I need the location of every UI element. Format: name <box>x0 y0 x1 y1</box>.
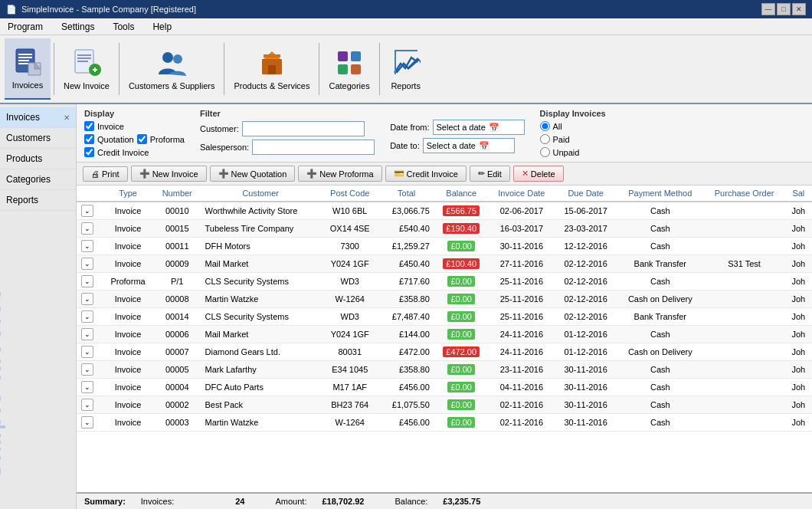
toolbar-categories[interactable]: Categories <box>323 38 375 100</box>
table-row[interactable]: ⌄ Invoice 00005 Mark Lafarthy E34 1045 £… <box>77 361 812 379</box>
print-button[interactable]: 🖨 Print <box>83 166 128 182</box>
date-from-input[interactable]: Select a date 📅 <box>433 120 525 135</box>
sidebar-close-invoices[interactable]: ✕ <box>64 113 70 122</box>
new-invoice-button[interactable]: ➕ New Invoice <box>131 166 207 182</box>
menu-tools[interactable]: Tools <box>108 20 139 34</box>
table-row[interactable]: ⌄ Invoice 00008 Martin Watzke W-1264 £35… <box>77 291 812 308</box>
row-payment: Cash <box>617 238 703 255</box>
menu-settings[interactable]: Settings <box>57 20 99 34</box>
calendar-to-icon[interactable]: 📅 <box>479 141 489 151</box>
radio-all[interactable] <box>540 121 550 131</box>
expand-icon[interactable]: ⌄ <box>81 240 93 252</box>
row-expand[interactable]: ⌄ <box>77 343 102 361</box>
table-row[interactable]: ⌄ Invoice 00002 Best Pack BH23 764 £1,07… <box>77 396 812 414</box>
th-balance[interactable]: Balance <box>434 186 489 202</box>
calendar-from-icon[interactable]: 📅 <box>489 123 499 133</box>
menu-program[interactable]: Program <box>3 20 47 34</box>
th-number[interactable]: Number <box>154 186 201 202</box>
table-row[interactable]: ⌄ Invoice 00006 Mail Market Y024 1GF £14… <box>77 326 812 343</box>
expand-icon[interactable]: ⌄ <box>81 205 93 217</box>
row-expand[interactable]: ⌄ <box>77 361 102 379</box>
customer-input[interactable] <box>242 121 365 136</box>
row-expand[interactable]: ⌄ <box>77 308 102 326</box>
expand-icon[interactable]: ⌄ <box>81 258 93 270</box>
balance-badge: £0.00 <box>447 276 475 287</box>
toolbar-invoices[interactable]: Invoices <box>5 38 51 100</box>
row-due-date: 23-03-2017 <box>555 220 617 238</box>
th-due-date[interactable]: Due Date <box>555 186 617 202</box>
edit-button[interactable]: ✏ Edit <box>470 166 510 182</box>
svg-rect-23 <box>351 64 361 74</box>
table-row[interactable]: ⌄ Invoice 00007 Diamond Gears Ltd. 80031… <box>77 343 812 361</box>
th-invoice-date[interactable]: Invoice Date <box>489 186 555 202</box>
th-expand[interactable] <box>77 186 102 202</box>
svg-rect-10 <box>77 61 88 62</box>
menu-help[interactable]: Help <box>148 20 176 34</box>
th-customer[interactable]: Customer <box>201 186 321 202</box>
minimize-button[interactable]: — <box>761 3 775 15</box>
sidebar-item-invoices[interactable]: Invoices ✕ <box>0 107 76 128</box>
checkbox-invoice[interactable] <box>84 121 94 131</box>
row-expand[interactable]: ⌄ <box>77 238 102 255</box>
expand-icon[interactable]: ⌄ <box>81 416 93 429</box>
expand-icon[interactable]: ⌄ <box>81 363 93 376</box>
toolbar-customers[interactable]: Customers & Suppliers <box>123 38 221 100</box>
radio-paid[interactable] <box>540 134 550 144</box>
row-expand[interactable]: ⌄ <box>77 220 102 238</box>
salesperson-input[interactable] <box>252 140 375 155</box>
table-row[interactable]: ⌄ Invoice 00010 Worthwhile Activity Stor… <box>77 202 812 220</box>
th-po[interactable]: Purchase Order <box>704 186 785 202</box>
salesperson-filter-label: Salesperson: <box>200 143 249 152</box>
expand-icon[interactable]: ⌄ <box>81 310 93 323</box>
sidebar-item-reports[interactable]: Reports <box>0 190 76 211</box>
toolbar-new-invoice[interactable]: New Invoice <box>57 38 116 100</box>
row-expand[interactable]: ⌄ <box>77 202 102 220</box>
th-type[interactable]: Type <box>102 186 154 202</box>
expand-icon[interactable]: ⌄ <box>81 293 93 305</box>
delete-button[interactable]: ✕ Delete <box>513 166 564 182</box>
close-button[interactable]: ✕ <box>792 3 806 15</box>
table-row[interactable]: ⌄ Invoice 00009 Mail Market Y024 1GF £45… <box>77 255 812 273</box>
expand-icon[interactable]: ⌄ <box>81 346 93 358</box>
table-row[interactable]: ⌄ Invoice 00004 DFC Auto Parts M17 1AF £… <box>77 379 812 396</box>
new-quotation-button[interactable]: ➕ New Quotation <box>210 166 296 182</box>
sidebar-item-categories[interactable]: Categories <box>0 169 76 190</box>
row-expand[interactable]: ⌄ <box>77 396 102 414</box>
expand-icon[interactable]: ⌄ <box>81 275 93 287</box>
radio-unpaid[interactable] <box>540 147 550 157</box>
row-expand[interactable]: ⌄ <box>77 255 102 273</box>
row-expand[interactable]: ⌄ <box>77 291 102 308</box>
sidebar-item-customers[interactable]: Customers <box>0 128 76 149</box>
credit-invoice-label: Credit Invoice <box>407 169 458 179</box>
row-expand[interactable]: ⌄ <box>77 273 102 291</box>
expand-icon[interactable]: ⌄ <box>81 399 93 411</box>
toolbar-reports[interactable]: Reports <box>383 38 429 100</box>
th-total[interactable]: Total <box>379 186 434 202</box>
credit-invoice-button[interactable]: 💳 Credit Invoice <box>385 166 467 182</box>
date-to-input[interactable]: Select a date 📅 <box>423 138 515 153</box>
table-row[interactable]: ⌄ Invoice 00015 Tubeless Tire Company OX… <box>77 220 812 238</box>
table-row[interactable]: ⌄ Invoice 00011 DFH Motors 7300 £1,259.2… <box>77 238 812 255</box>
table-row[interactable]: ⌄ Proforma P/1 CLS Security Systems WD3 … <box>77 273 812 291</box>
row-expand[interactable]: ⌄ <box>77 326 102 343</box>
maximize-button[interactable]: □ <box>777 3 791 15</box>
expand-icon[interactable]: ⌄ <box>81 328 93 340</box>
checkbox-credit-invoice[interactable] <box>84 147 94 157</box>
expand-icon[interactable]: ⌄ <box>81 222 93 235</box>
toolbar-products[interactable]: Products & Services <box>228 38 316 100</box>
th-payment[interactable]: Payment Method <box>617 186 703 202</box>
expand-icon[interactable]: ⌄ <box>81 381 93 393</box>
th-sal[interactable]: Sal <box>785 186 812 202</box>
new-proforma-button[interactable]: ➕ New Proforma <box>298 166 381 182</box>
table-row[interactable]: ⌄ Invoice 00003 Martin Watzke W-1264 £45… <box>77 414 812 432</box>
row-expand[interactable]: ⌄ <box>77 379 102 396</box>
row-expand[interactable]: ⌄ <box>77 414 102 432</box>
th-postcode[interactable]: Post Code <box>321 186 379 202</box>
checkbox-proforma[interactable] <box>137 134 147 144</box>
sidebar-item-products[interactable]: Products <box>0 149 76 169</box>
row-type: Invoice <box>102 414 154 432</box>
row-po: S31 Test <box>704 255 785 273</box>
invoice-table-container[interactable]: Type Number Customer Post Code Total Bal… <box>77 186 812 492</box>
table-row[interactable]: ⌄ Invoice 00014 CLS Security Systems WD3… <box>77 308 812 326</box>
checkbox-quotation[interactable] <box>84 134 94 144</box>
